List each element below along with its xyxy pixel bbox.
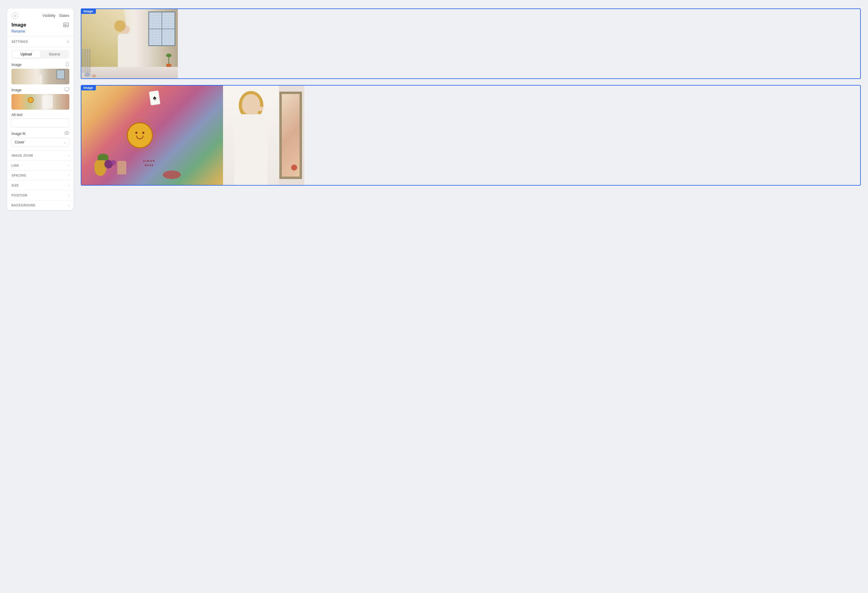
settings-section-header[interactable]: SETTINGS ∨ <box>7 36 74 47</box>
upload-button[interactable]: Upload <box>12 51 40 58</box>
image1-widget-label: Image <box>81 9 96 14</box>
image2-label: Image <box>12 88 21 92</box>
image1-field-label-row: Image <box>12 62 69 67</box>
image2-field-label-row: Image <box>12 87 69 93</box>
size-label: SIZE <box>12 184 19 187</box>
image2-preview[interactable] <box>12 94 69 110</box>
panel-nav: ‹ Visibility States <box>12 12 69 19</box>
link-section[interactable]: LINK ‹ <box>7 160 74 170</box>
copy-icon <box>65 131 69 136</box>
source-button[interactable]: Source <box>40 51 69 58</box>
image1-preview[interactable] <box>12 69 69 84</box>
alt-text-input[interactable] <box>12 118 69 127</box>
position-label: POSITION <box>12 194 27 197</box>
canvas2: ♠ VIRGO MOON <box>81 86 304 185</box>
canvas1 <box>81 9 178 78</box>
settings-chevron-icon: ∨ <box>66 40 69 44</box>
image-zoom-label: IMAGE ZOOM <box>12 154 33 157</box>
image-widget-1[interactable]: Image <box>81 9 861 79</box>
position-chevron-icon: ‹ <box>68 193 69 197</box>
rename-link[interactable]: Rename <box>12 29 25 34</box>
panel-header: ‹ Visibility States Image Rename <box>7 9 74 36</box>
title-row: Image <box>12 22 69 28</box>
image-panel-icon <box>63 22 69 28</box>
svg-rect-0 <box>63 23 68 27</box>
svg-point-1 <box>65 24 66 25</box>
main-content: Image <box>81 9 861 584</box>
position-section[interactable]: POSITION ‹ <box>7 190 74 200</box>
settings-label: SETTINGS <box>12 40 28 43</box>
mobile-icon <box>65 62 69 67</box>
image-fit-select[interactable]: Cover <box>12 138 69 147</box>
image-widget-2[interactable]: Image ♠ <box>81 85 861 186</box>
spacing-label: SPACING <box>12 174 26 177</box>
background-section[interactable]: BACKGROUND ‹ <box>7 200 74 210</box>
spacing-chevron-icon: ‹ <box>68 174 69 177</box>
background-chevron-icon: ‹ <box>68 204 69 207</box>
image-fit-label: Image fit <box>12 132 25 136</box>
link-chevron-icon: ‹ <box>68 164 69 167</box>
image1-label: Image <box>12 63 21 67</box>
desktop-icon <box>65 87 69 93</box>
settings-content: Upload Source Image Image <box>7 47 74 150</box>
alt-text-label: Alt text <box>12 113 69 117</box>
settings-panel: ‹ Visibility States Image Rename SETTING… <box>7 9 74 210</box>
size-section[interactable]: SIZE ‹ <box>7 180 74 190</box>
back-button[interactable]: ‹ <box>12 12 19 19</box>
image-fit-label-row: Image fit <box>12 131 69 136</box>
svg-rect-4 <box>65 88 69 91</box>
visibility-link[interactable]: Visibility <box>43 13 55 18</box>
upload-source-toggle: Upload Source <box>12 50 69 59</box>
image-zoom-chevron-icon: ‹ <box>68 154 69 157</box>
size-chevron-icon: ‹ <box>68 183 69 187</box>
background-label: BACKGROUND <box>12 204 35 207</box>
link-label: LINK <box>12 164 19 167</box>
panel-title: Image <box>12 22 26 28</box>
states-link[interactable]: States <box>59 13 69 18</box>
image-fit-select-wrapper: Cover ⌄ <box>12 138 69 147</box>
image2-widget-label: Image <box>81 85 96 90</box>
spacing-section[interactable]: SPACING ‹ <box>7 170 74 180</box>
nav-links: Visibility States <box>43 13 69 18</box>
image-zoom-section[interactable]: IMAGE ZOOM ‹ <box>7 150 74 160</box>
svg-point-3 <box>67 65 67 65</box>
